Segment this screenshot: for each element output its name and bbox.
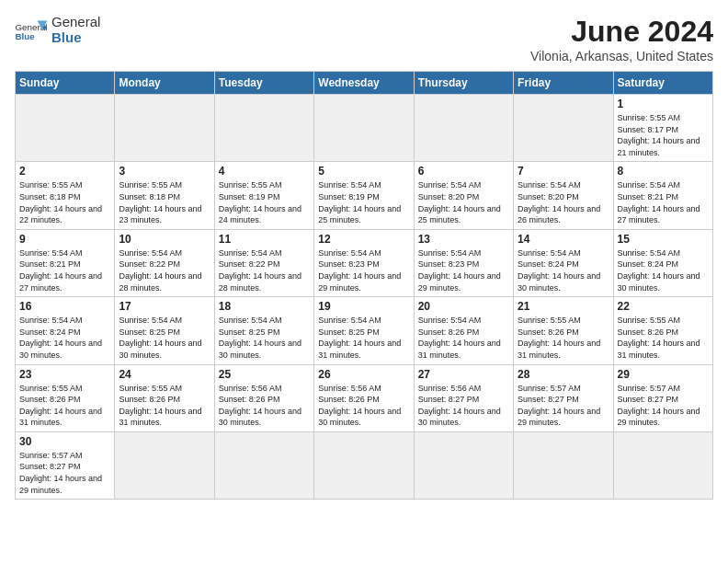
day-info: Sunrise: 5:54 AM Sunset: 8:23 PM Dayligh…: [418, 247, 509, 293]
title-block: June 2024 Vilonia, Arkansas, United Stat…: [530, 15, 713, 63]
day-number: 22: [618, 300, 709, 313]
day-number: 20: [418, 300, 509, 313]
calendar-cell: 17Sunrise: 5:54 AM Sunset: 8:25 PM Dayli…: [115, 297, 214, 364]
calendar-cell: 9Sunrise: 5:54 AM Sunset: 8:21 PM Daylig…: [16, 229, 115, 296]
calendar-cell: 30Sunrise: 5:57 AM Sunset: 8:27 PM Dayli…: [16, 431, 115, 499]
day-info: Sunrise: 5:55 AM Sunset: 8:18 PM Dayligh…: [119, 179, 210, 225]
calendar-cell: 22Sunrise: 5:55 AM Sunset: 8:26 PM Dayli…: [613, 297, 712, 364]
calendar-cell: [514, 431, 613, 499]
weekday-header-sunday: Sunday: [16, 72, 115, 95]
day-info: Sunrise: 5:54 AM Sunset: 8:25 PM Dayligh…: [119, 315, 210, 361]
calendar-cell: 5Sunrise: 5:54 AM Sunset: 8:19 PM Daylig…: [314, 162, 414, 229]
calendar-cell: 14Sunrise: 5:54 AM Sunset: 8:24 PM Dayli…: [514, 229, 613, 296]
calendar-cell: 23Sunrise: 5:55 AM Sunset: 8:26 PM Dayli…: [16, 364, 115, 431]
calendar-cell: [314, 431, 414, 499]
calendar-week-row: 30Sunrise: 5:57 AM Sunset: 8:27 PM Dayli…: [16, 431, 713, 499]
calendar-cell: 15Sunrise: 5:54 AM Sunset: 8:24 PM Dayli…: [613, 229, 712, 296]
calendar-week-row: 16Sunrise: 5:54 AM Sunset: 8:24 PM Dayli…: [16, 297, 713, 364]
weekday-header-friday: Friday: [514, 72, 613, 95]
calendar-cell: 16Sunrise: 5:54 AM Sunset: 8:24 PM Dayli…: [16, 297, 115, 364]
calendar-table: SundayMondayTuesdayWednesdayThursdayFrid…: [15, 71, 713, 500]
calendar-cell: [115, 95, 214, 162]
weekday-header-thursday: Thursday: [414, 72, 513, 95]
calendar-cell: [414, 431, 513, 499]
day-number: 18: [219, 300, 310, 313]
calendar-cell: 3Sunrise: 5:55 AM Sunset: 8:18 PM Daylig…: [115, 162, 214, 229]
calendar-cell: 19Sunrise: 5:54 AM Sunset: 8:25 PM Dayli…: [314, 297, 414, 364]
calendar-cell: [214, 431, 313, 499]
calendar-cell: 21Sunrise: 5:55 AM Sunset: 8:26 PM Dayli…: [514, 297, 613, 364]
day-info: Sunrise: 5:54 AM Sunset: 8:24 PM Dayligh…: [618, 247, 709, 293]
day-number: 13: [418, 233, 509, 246]
day-number: 21: [518, 300, 609, 313]
logo-blue: Blue: [51, 30, 100, 46]
day-info: Sunrise: 5:54 AM Sunset: 8:25 PM Dayligh…: [318, 315, 409, 361]
day-info: Sunrise: 5:56 AM Sunset: 8:27 PM Dayligh…: [418, 383, 509, 429]
calendar-week-row: 2Sunrise: 5:55 AM Sunset: 8:18 PM Daylig…: [16, 162, 713, 229]
calendar-cell: 24Sunrise: 5:55 AM Sunset: 8:26 PM Dayli…: [115, 364, 214, 431]
day-number: 26: [318, 368, 409, 381]
day-info: Sunrise: 5:54 AM Sunset: 8:20 PM Dayligh…: [418, 179, 509, 225]
svg-text:Blue: Blue: [16, 30, 36, 40]
day-number: 4: [219, 165, 310, 178]
calendar-cell: 12Sunrise: 5:54 AM Sunset: 8:23 PM Dayli…: [314, 229, 414, 296]
day-number: 5: [318, 165, 409, 178]
day-number: 2: [19, 165, 110, 178]
location-subtitle: Vilonia, Arkansas, United States: [530, 49, 713, 63]
weekday-header-row: SundayMondayTuesdayWednesdayThursdayFrid…: [16, 72, 713, 95]
day-info: Sunrise: 5:54 AM Sunset: 8:26 PM Dayligh…: [418, 315, 509, 361]
calendar-cell: 25Sunrise: 5:56 AM Sunset: 8:26 PM Dayli…: [214, 364, 313, 431]
calendar-cell: 18Sunrise: 5:54 AM Sunset: 8:25 PM Dayli…: [214, 297, 313, 364]
day-number: 9: [19, 233, 110, 246]
weekday-header-saturday: Saturday: [613, 72, 712, 95]
calendar-cell: [514, 95, 613, 162]
day-number: 12: [318, 233, 409, 246]
calendar-cell: [214, 95, 313, 162]
day-info: Sunrise: 5:57 AM Sunset: 8:27 PM Dayligh…: [518, 383, 609, 429]
calendar-cell: 2Sunrise: 5:55 AM Sunset: 8:18 PM Daylig…: [16, 162, 115, 229]
calendar-week-row: 9Sunrise: 5:54 AM Sunset: 8:21 PM Daylig…: [16, 229, 713, 296]
day-number: 14: [518, 233, 609, 246]
day-info: Sunrise: 5:54 AM Sunset: 8:21 PM Dayligh…: [19, 247, 110, 293]
day-number: 10: [119, 233, 210, 246]
day-number: 23: [19, 368, 110, 381]
day-number: 15: [618, 233, 709, 246]
logo-icon: General Blue: [15, 17, 48, 43]
day-number: 30: [19, 435, 110, 448]
calendar-cell: [16, 95, 115, 162]
day-info: Sunrise: 5:54 AM Sunset: 8:23 PM Dayligh…: [318, 247, 409, 293]
day-number: 11: [219, 233, 310, 246]
day-info: Sunrise: 5:54 AM Sunset: 8:25 PM Dayligh…: [219, 315, 310, 361]
day-number: 29: [618, 368, 709, 381]
calendar-cell: [314, 95, 414, 162]
day-info: Sunrise: 5:54 AM Sunset: 8:24 PM Dayligh…: [19, 315, 110, 361]
day-info: Sunrise: 5:54 AM Sunset: 8:20 PM Dayligh…: [518, 179, 609, 225]
calendar-cell: 10Sunrise: 5:54 AM Sunset: 8:22 PM Dayli…: [115, 229, 214, 296]
day-number: 8: [618, 165, 709, 178]
day-number: 19: [318, 300, 409, 313]
page-header: General Blue General Blue June 2024 Vilo…: [15, 15, 713, 63]
day-info: Sunrise: 5:55 AM Sunset: 8:19 PM Dayligh…: [219, 179, 310, 225]
calendar-week-row: 1Sunrise: 5:55 AM Sunset: 8:17 PM Daylig…: [16, 95, 713, 162]
day-number: 25: [219, 368, 310, 381]
calendar-cell: 11Sunrise: 5:54 AM Sunset: 8:22 PM Dayli…: [214, 229, 313, 296]
day-number: 24: [119, 368, 210, 381]
day-number: 17: [119, 300, 210, 313]
day-info: Sunrise: 5:55 AM Sunset: 8:18 PM Dayligh…: [19, 179, 110, 225]
calendar-cell: 4Sunrise: 5:55 AM Sunset: 8:19 PM Daylig…: [214, 162, 313, 229]
calendar-cell: 8Sunrise: 5:54 AM Sunset: 8:21 PM Daylig…: [613, 162, 712, 229]
calendar-cell: [414, 95, 513, 162]
calendar-cell: 20Sunrise: 5:54 AM Sunset: 8:26 PM Dayli…: [414, 297, 513, 364]
logo-general: General: [51, 15, 100, 30]
day-info: Sunrise: 5:56 AM Sunset: 8:26 PM Dayligh…: [219, 383, 310, 429]
day-info: Sunrise: 5:57 AM Sunset: 8:27 PM Dayligh…: [618, 383, 709, 429]
logo: General Blue General Blue: [15, 15, 100, 45]
calendar-cell: [115, 431, 214, 499]
day-number: 7: [518, 165, 609, 178]
calendar-cell: 29Sunrise: 5:57 AM Sunset: 8:27 PM Dayli…: [613, 364, 712, 431]
weekday-header-wednesday: Wednesday: [314, 72, 414, 95]
calendar-cell: 27Sunrise: 5:56 AM Sunset: 8:27 PM Dayli…: [414, 364, 513, 431]
day-number: 28: [518, 368, 609, 381]
day-number: 1: [618, 98, 709, 110]
day-info: Sunrise: 5:55 AM Sunset: 8:26 PM Dayligh…: [618, 315, 709, 361]
